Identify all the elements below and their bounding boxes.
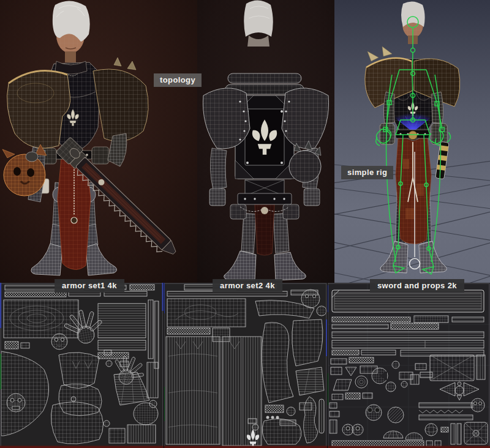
uv-face-island [51, 334, 67, 349]
panel-divider [164, 283, 164, 448]
label-uv-armor-set1: armor set1 4k [55, 279, 124, 293]
label-simple-rig: simple rig [341, 166, 393, 179]
panel-divider [327, 283, 328, 448]
portfolio-sheet: topology simple rig armor set1 4k armor … [0, 0, 490, 448]
label-topology: topology [154, 73, 202, 87]
uv-sheet-armor-set1 [0, 283, 164, 448]
panel-back-view [197, 0, 334, 283]
front-wireframe-figure [0, 0, 197, 283]
label-uv-armor-set2: armor set2 4k [213, 279, 282, 293]
uv-layout-armor-set2 [164, 283, 327, 448]
label-uv-sword-props: sword and props 2k [370, 279, 464, 293]
uv-layout-armor-set1 [0, 283, 164, 448]
back-wireframe-figure [197, 0, 334, 283]
uv-layout-sword-props [327, 283, 490, 448]
uv-sheet-armor-set2 [164, 283, 327, 448]
uv-plate-island [464, 422, 488, 444]
hair [244, 0, 273, 37]
uv-moth-island [366, 405, 382, 420]
rigged-figure-viewport [334, 0, 490, 283]
panel-front-view [0, 0, 197, 283]
uv-sheet-sword-props [327, 283, 490, 448]
panel-rig-view [334, 0, 490, 283]
gold-buckle [409, 131, 417, 140]
